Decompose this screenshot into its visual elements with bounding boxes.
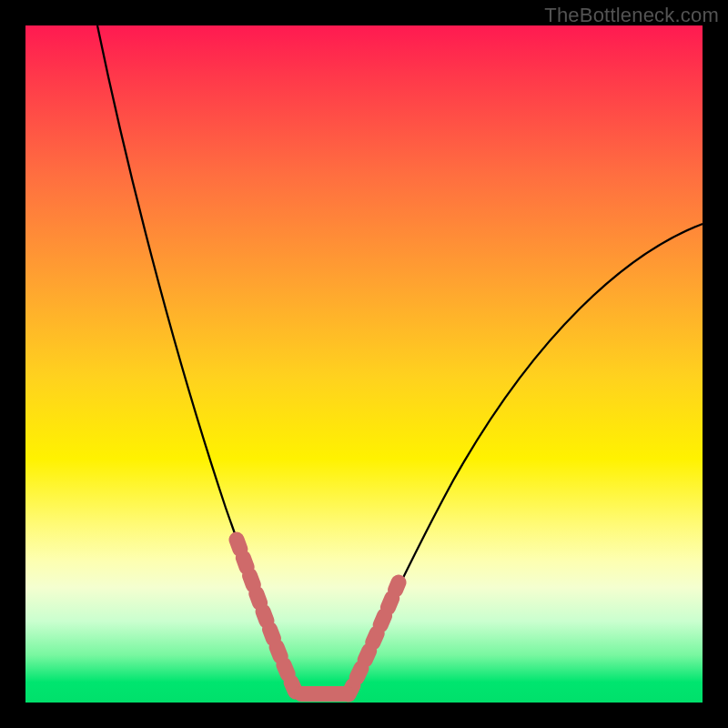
chart-curve-right [344, 224, 703, 699]
highlight-floor-band [294, 686, 354, 702]
chart-svg [25, 25, 703, 703]
chart-plot-area [25, 25, 703, 703]
highlight-right-ticks [349, 582, 399, 694]
watermark-text: TheBottleneck.com [544, 4, 719, 27]
highlight-left-ticks [237, 540, 297, 694]
chart-curve-left [97, 25, 300, 699]
